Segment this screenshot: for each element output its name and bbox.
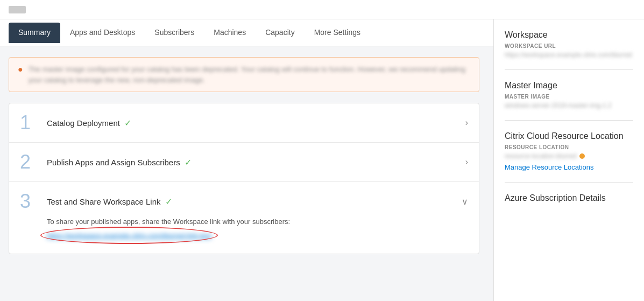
- manage-resource-locations-link[interactable]: Manage Resource Locations: [505, 163, 633, 171]
- steps-container: 1 Catalog Deployment ✓ › 2 Publish Apps …: [9, 103, 479, 254]
- step-2-label: Publish Apps and Assign Subscribers ✓: [47, 157, 465, 167]
- sidebar-resource-location-value: resource-location-blurred: [505, 152, 576, 160]
- sidebar-workspace-title: Workspace: [505, 30, 633, 40]
- step-1-chevron: ›: [465, 118, 468, 128]
- step-3-number: 3: [20, 192, 47, 211]
- step-1-label: Catalog Deployment ✓: [47, 118, 465, 128]
- step-3-label: Test and Share Workspace Link ✓: [47, 197, 462, 207]
- tab-apps-desktops[interactable]: Apps and Desktops: [60, 20, 145, 45]
- sidebar-resource-location-section: Citrix Cloud Resource Location RESOURCE …: [505, 131, 633, 183]
- tab-machines[interactable]: Machines: [204, 20, 256, 45]
- tab-summary[interactable]: Summary: [9, 23, 60, 43]
- step-3-description: To share your published apps, share the …: [47, 218, 468, 226]
- step-2-row[interactable]: 2 Publish Apps and Assign Subscribers ✓ …: [9, 143, 479, 182]
- sidebar-azure-subscription-title: Azure Subscription Details: [505, 193, 633, 203]
- tab-capacity[interactable]: Capacity: [256, 20, 304, 45]
- step-3-chevron: ∨: [462, 197, 468, 207]
- step-1-check-icon: ✓: [124, 118, 131, 128]
- navigation-tabs: Summary Apps and Desktops Subscribers Ma…: [0, 19, 493, 46]
- step-3-check-icon: ✓: [165, 197, 172, 207]
- sidebar-master-image-label: MASTER IMAGE: [505, 94, 633, 100]
- alert-banner: ● The master image configured for your c…: [9, 57, 479, 92]
- step-2-number: 2: [20, 152, 47, 172]
- app-logo: [9, 6, 26, 13]
- step-3-row[interactable]: 3 Test and Share Workspace Link ✓ ∨ To s…: [9, 182, 479, 254]
- sidebar: Workspace WORKSPACE URL https://workspac…: [493, 19, 644, 301]
- resource-location-status-dot: [579, 153, 585, 159]
- sidebar-master-image-section: Master Image MASTER IMAGE windows-server…: [505, 81, 633, 121]
- sidebar-workspace-url-label: WORKSPACE URL: [505, 43, 633, 49]
- step-3-content: To share your published apps, share the …: [20, 211, 468, 244]
- step-1-number: 1: [20, 113, 47, 132]
- step-1-row[interactable]: 1 Catalog Deployment ✓ ›: [9, 103, 479, 143]
- sidebar-resource-location-title: Citrix Cloud Resource Location: [505, 131, 633, 141]
- sidebar-master-image-value: windows-server-2019-master-img-1.2: [505, 102, 633, 109]
- sidebar-workspace-url-value: https://workspace.example.citrix.com/blu…: [505, 51, 633, 59]
- alert-icon: ●: [18, 65, 23, 74]
- sidebar-workspace-section: Workspace WORKSPACE URL https://workspac…: [505, 30, 633, 70]
- workspace-link-wrapper: https://workspace.example.citrix.com/blu…: [47, 231, 211, 240]
- step-2-check-icon: ✓: [185, 157, 192, 167]
- step-2-chevron: ›: [465, 157, 468, 167]
- sidebar-resource-location-label: RESOURCE LOCATION: [505, 144, 633, 150]
- workspace-link[interactable]: https://workspace.example.citrix.com/blu…: [47, 232, 211, 240]
- sidebar-master-image-title: Master Image: [505, 81, 633, 90]
- tab-subscribers[interactable]: Subscribers: [145, 20, 204, 45]
- sidebar-resource-location-value-row: resource-location-blurred: [505, 152, 633, 160]
- alert-text: The master image configured for your cat…: [29, 64, 470, 85]
- tab-more-settings[interactable]: More Settings: [305, 20, 370, 45]
- sidebar-azure-subscription-section: Azure Subscription Details: [505, 193, 633, 217]
